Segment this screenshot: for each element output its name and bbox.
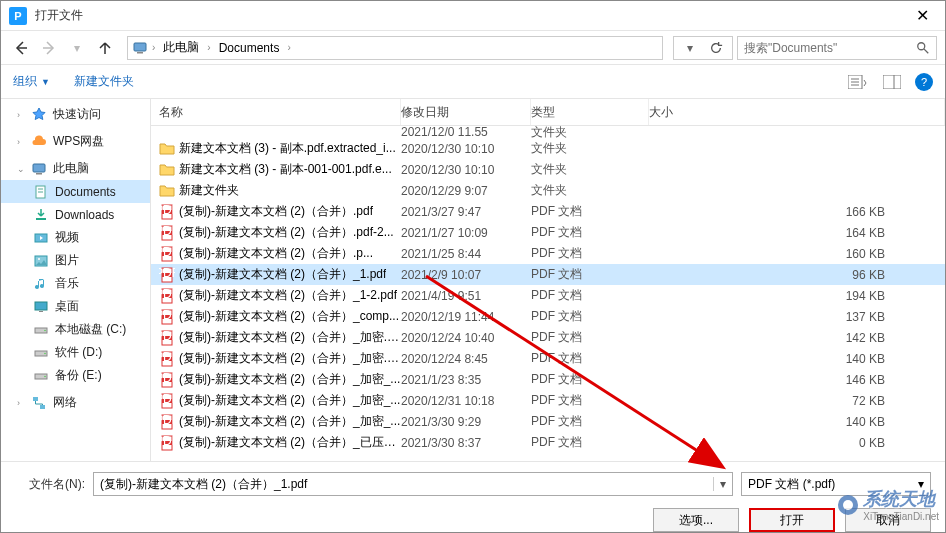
file-row[interactable]: PDF(复制)-新建文本文档 (2)（合并）.pdf-2...2021/1/27… (151, 222, 945, 243)
help-icon[interactable]: ? (915, 73, 933, 91)
file-row-partial[interactable]: 2021/12/0 11.55 文件夹 (151, 126, 945, 138)
star-icon (31, 107, 47, 123)
folder-icon (159, 162, 175, 178)
pdf-icon: PDF (159, 414, 175, 430)
svg-text:PDF: PDF (159, 330, 175, 343)
search-input[interactable] (744, 41, 916, 55)
search-icon[interactable] (916, 41, 930, 55)
file-row[interactable]: PDF(复制)-新建文本文档 (2)（合并）_1-2.pdf2021/4/19 … (151, 285, 945, 306)
refresh-icon[interactable] (704, 36, 728, 60)
filename-dropdown-icon[interactable]: ▾ (713, 477, 726, 491)
svg-text:PDF: PDF (159, 204, 175, 217)
file-row[interactable]: PDF(复制)-新建文本文档 (2)（合并）_加密.pdf2020/12/24 … (151, 327, 945, 348)
documents-icon (33, 184, 49, 200)
back-button[interactable] (9, 36, 33, 60)
file-date: 2021/3/30 8:37 (401, 436, 531, 450)
file-date: 2020/12/30 10:10 (401, 163, 531, 177)
sidebar-item-disk-e[interactable]: 备份 (E:) (1, 364, 150, 387)
file-date: 2020/12/29 9:07 (401, 184, 531, 198)
up-button[interactable] (93, 36, 117, 60)
options-button[interactable]: 选项... (653, 508, 739, 532)
file-row[interactable]: 新建文件夹2020/12/29 9:07文件夹 (151, 180, 945, 201)
file-size: 140 KB (649, 352, 945, 366)
sidebar-item-desktop[interactable]: 桌面 (1, 295, 150, 318)
chevron-right-icon[interactable]: › (287, 42, 290, 53)
drive-icon (33, 322, 49, 338)
forward-button[interactable] (37, 36, 61, 60)
sidebar-item-wps[interactable]: ›WPS网盘 (1, 130, 150, 153)
close-icon[interactable]: ✕ (908, 6, 937, 25)
open-button[interactable]: 打开 (749, 508, 835, 532)
col-header-size[interactable]: 大小 (649, 99, 945, 125)
sidebar-item-network[interactable]: ›网络 (1, 391, 150, 414)
cancel-button[interactable]: 取消 (845, 508, 931, 532)
preview-pane-button[interactable] (881, 73, 903, 91)
file-date: 2020/12/19 11:44 (401, 310, 531, 324)
file-row[interactable]: PDF(复制)-新建文本文档 (2)（合并）_加密_...2021/1/23 8… (151, 369, 945, 390)
svg-text:PDF: PDF (159, 393, 175, 406)
folder-icon (159, 183, 175, 199)
filename-combo[interactable]: ▾ (93, 472, 733, 496)
pdf-icon: PDF (159, 309, 175, 325)
file-row[interactable]: PDF(复制)-新建文本文档 (2)（合并）_加密_...2020/12/31 … (151, 390, 945, 411)
file-row[interactable]: PDF(复制)-新建文本文档 (2)（合并）_comp...2020/12/19… (151, 306, 945, 327)
breadcrumb-pc[interactable]: 此电脑 (159, 39, 203, 56)
svg-rect-22 (39, 311, 43, 312)
svg-text:PDF: PDF (159, 309, 175, 322)
file-name: (复制)-新建文本文档 (2)（合并）_已压缩... (179, 434, 401, 451)
file-row[interactable]: PDF(复制)-新建文本文档 (2)（合并）_加密_...2021/3/30 9… (151, 411, 945, 432)
sidebar-item-this-pc[interactable]: ⌄此电脑 (1, 157, 150, 180)
dropdown-icon[interactable]: ▾ (678, 36, 702, 60)
pdf-icon: PDF (159, 267, 175, 283)
file-list: 2021/12/0 11.55 文件夹 新建文本文档 (3) - 副本.pdf.… (151, 126, 945, 461)
file-size: 160 KB (649, 247, 945, 261)
file-row[interactable]: 新建文本文档 (3) - 副本.pdf.extracted_i...2020/1… (151, 138, 945, 159)
col-header-name[interactable]: 名称 (151, 99, 401, 125)
drive-icon (33, 368, 49, 384)
pdf-icon: PDF (159, 435, 175, 451)
file-name: (复制)-新建文本文档 (2)（合并）_加密_... (179, 392, 400, 409)
sidebar-item-downloads[interactable]: Downloads (1, 203, 150, 226)
breadcrumb[interactable]: › 此电脑 › Documents › (127, 36, 663, 60)
file-row[interactable]: PDF(复制)-新建文本文档 (2)（合并）_1.pdf2021/2/9 10:… (151, 264, 945, 285)
col-header-date[interactable]: 修改日期 (401, 99, 531, 125)
sidebar-item-disk-d[interactable]: 软件 (D:) (1, 341, 150, 364)
app-icon: P (9, 7, 27, 25)
svg-text:PDF: PDF (159, 288, 175, 301)
file-type: 文件夹 (531, 140, 649, 157)
file-date: 2020/12/30 10:10 (401, 142, 531, 156)
file-row[interactable]: PDF(复制)-新建文本文档 (2)（合并）_已压缩...2021/3/30 8… (151, 432, 945, 453)
filename-input[interactable] (100, 477, 707, 491)
drive-icon (33, 345, 49, 361)
view-mode-button[interactable] (847, 73, 869, 91)
svg-point-20 (38, 258, 40, 260)
sidebar-item-pictures[interactable]: 图片 (1, 249, 150, 272)
file-row[interactable]: 新建文本文档 (3) - 副本-001-001.pdf.e...2020/12/… (151, 159, 945, 180)
svg-point-4 (918, 42, 925, 49)
sidebar-item-disk-c[interactable]: 本地磁盘 (C:) (1, 318, 150, 341)
pictures-icon (33, 253, 49, 269)
organize-menu[interactable]: 组织 ▼ (13, 73, 50, 90)
file-type: PDF 文档 (531, 329, 649, 346)
pdf-icon: PDF (159, 225, 175, 241)
sidebar-item-video[interactable]: 视频 (1, 226, 150, 249)
file-type-select[interactable]: PDF 文档 (*.pdf) ▾ (741, 472, 931, 496)
search-box[interactable] (737, 36, 937, 60)
chevron-right-icon[interactable]: › (207, 42, 210, 53)
breadcrumb-documents[interactable]: Documents (215, 41, 284, 55)
sidebar-item-music[interactable]: 音乐 (1, 272, 150, 295)
file-type: 文件夹 (531, 161, 649, 178)
sidebar-item-quick-access[interactable]: ›快速访问 (1, 103, 150, 126)
sidebar-item-documents[interactable]: Documents (1, 180, 150, 203)
file-name: (复制)-新建文本文档 (2)（合并）_1.pdf (179, 266, 386, 283)
col-header-type[interactable]: 类型 (531, 99, 649, 125)
svg-text:PDF: PDF (159, 435, 175, 448)
file-row[interactable]: PDF(复制)-新建文本文档 (2)（合并）.pdf2021/3/27 9:47… (151, 201, 945, 222)
new-folder-button[interactable]: 新建文件夹 (74, 73, 134, 90)
file-row[interactable]: PDF(复制)-新建文本文档 (2)（合并）_加密.p...2020/12/24… (151, 348, 945, 369)
chevron-right-icon[interactable]: › (152, 42, 155, 53)
file-date: 2020/12/24 10:40 (401, 331, 531, 345)
pdf-icon: PDF (159, 393, 175, 409)
file-row[interactable]: PDF(复制)-新建文本文档 (2)（合并）.p...2021/1/25 8:4… (151, 243, 945, 264)
recent-dropdown[interactable]: ▾ (65, 36, 89, 60)
